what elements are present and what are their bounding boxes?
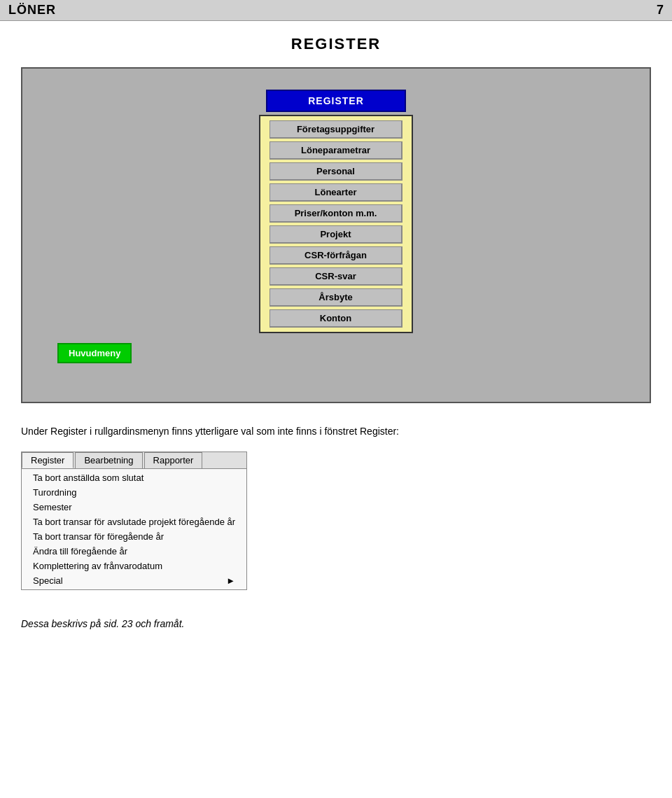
dropdown-item-5[interactable]: Ändra till föregående år [22, 544, 246, 559]
page-main-heading: REGISTER [21, 35, 651, 53]
screenshot-area: REGISTER Företagsuppgifter Löneparametra… [21, 67, 651, 403]
page-content: REGISTER REGISTER Företagsuppgifter Löne… [0, 21, 672, 643]
register-top-button[interactable]: REGISTER [266, 90, 406, 112]
dropdown-item-1[interactable]: Turordning [22, 485, 246, 500]
tab-rapporter[interactable]: Rapporter [144, 452, 203, 468]
menu-bar: Register Bearbetning Rapporter [22, 452, 246, 469]
menu-item-konton[interactable]: Konton [270, 309, 402, 328]
menu-container: REGISTER Företagsuppgifter Löneparametra… [43, 90, 629, 333]
footer-text: Dessa beskrivs på sid. 23 och framåt. [21, 618, 651, 629]
dropdown-item-special[interactable]: Special ► [22, 573, 246, 588]
menu-item-lonearter[interactable]: Lönearter [270, 183, 402, 202]
dropdown-list: Ta bort anställda som slutat Turordning … [22, 469, 246, 589]
submenu-arrow-icon: ► [226, 575, 235, 586]
menu-item-csr-forfragen[interactable]: CSR-förfrågan [270, 246, 402, 265]
menu-item-personal[interactable]: Personal [270, 162, 402, 181]
header-title: LÖNER [8, 3, 56, 18]
menu-item-projekt[interactable]: Projekt [270, 225, 402, 244]
menu-panel: Företagsuppgifter Löneparametrar Persona… [259, 115, 413, 333]
dropdown-item-0[interactable]: Ta bort anställda som slutat [22, 470, 246, 485]
menu-item-loneparametrar[interactable]: Löneparametrar [270, 141, 402, 160]
menu-item-arsbyte[interactable]: Årsbyte [270, 288, 402, 307]
menu-item-csr-svar[interactable]: CSR-svar [270, 267, 402, 286]
description-text: Under Register i rullgardinsmenyn finns … [21, 424, 651, 439]
dropdown-item-2[interactable]: Semester [22, 500, 246, 514]
huvudmeny-button[interactable]: Huvudmeny [57, 343, 132, 363]
menu-item-priser-konton[interactable]: Priser/konton m.m. [270, 204, 402, 223]
tab-bearbetning[interactable]: Bearbetning [75, 452, 142, 468]
dropdown-item-6[interactable]: Komplettering av frånvarodatum [22, 559, 246, 573]
dropdown-item-3[interactable]: Ta bort transar för avslutade projekt fö… [22, 514, 246, 529]
dropdown-item-4[interactable]: Ta bort transar för föregående år [22, 529, 246, 544]
menu-item-foretagsuppgifter[interactable]: Företagsuppgifter [270, 120, 402, 139]
header-page-number: 7 [657, 3, 664, 18]
tab-register[interactable]: Register [22, 452, 74, 468]
dropdown-area: Register Bearbetning Rapporter Ta bort a… [21, 451, 247, 590]
header-bar: LÖNER 7 [0, 0, 672, 21]
